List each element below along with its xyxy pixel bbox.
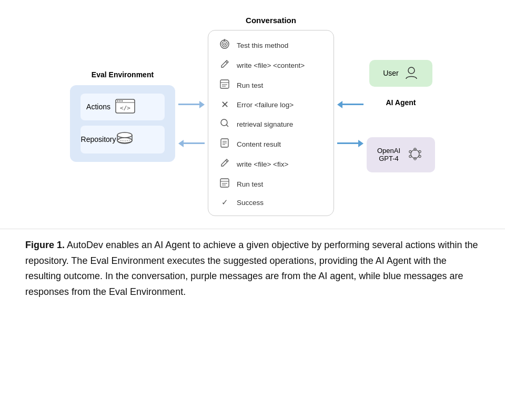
right-arrows (337, 101, 363, 147)
conv-row-5: Content result (217, 135, 325, 153)
ai-agent-label: AI Agent (386, 98, 416, 107)
actions-icon: </> (115, 99, 135, 115)
left-arrows (178, 101, 205, 147)
conv-text-2: Run test (237, 81, 263, 89)
arrowhead (178, 140, 184, 147)
conv-text-3: Error <failure log> (237, 101, 294, 109)
caption-body: AutoDev enables an AI Agent to achieve a… (25, 240, 478, 297)
openai-box: OpenAI GPT-4 (367, 137, 435, 172)
svg-point-6 (117, 132, 132, 138)
svg-point-18 (221, 119, 227, 126)
arrow-line (342, 104, 363, 105)
openai-icon (406, 145, 425, 165)
user-label: User (383, 69, 399, 77)
svg-point-10 (224, 43, 226, 45)
conv-row-0: Test this method (217, 36, 325, 55)
caption-text: Figure 1. AutoDev enables an AI Agent to… (25, 238, 480, 300)
actions-item: Actions </> (80, 94, 165, 120)
arrowhead (337, 101, 342, 108)
conv-row-2: Run test (217, 76, 325, 95)
conv-row-8: ✓ Success (217, 194, 325, 210)
caption-section: Figure 1. AutoDev enables an AI Agent to… (0, 229, 505, 313)
eval-env-box: Actions </> Repository (70, 85, 175, 162)
arrowhead (358, 140, 363, 147)
conversation-box: Test this method write <file> <content> … (208, 30, 334, 216)
svg-line-13 (226, 62, 227, 63)
conversation-label: Conversation (246, 16, 296, 25)
arrow-from-user (337, 101, 363, 108)
svg-point-3 (119, 100, 120, 101)
repository-icon (115, 131, 134, 148)
openai-label: OpenAI GPT-4 (377, 147, 400, 162)
conv-text-7: Run test (237, 180, 263, 188)
figure-number: Figure 1. (25, 240, 65, 250)
conv-text-1: write <file> <content> (237, 62, 305, 69)
arrow-line (337, 142, 358, 144)
conv-row-6: write <file> <fix> (217, 155, 325, 173)
conv-row-4: retrieval signature (217, 115, 325, 134)
conversation-column: Conversation Test this method write <fil… (208, 16, 334, 216)
arrow-line (178, 104, 199, 105)
svg-rect-14 (220, 80, 229, 88)
conv-text-4: retrieval signature (237, 120, 293, 128)
write-icon (219, 59, 230, 71)
arrow-from-conv-bot (178, 140, 205, 147)
arrowhead (199, 101, 205, 108)
error-icon: ✕ (219, 99, 230, 110)
svg-line-40 (419, 151, 420, 152)
repository-label-text: Repository (89, 132, 108, 147)
conv-text-5: Content result (237, 140, 281, 148)
svg-rect-25 (220, 179, 229, 187)
svg-point-9 (222, 42, 227, 47)
arrow-line (184, 142, 205, 144)
conv-row-7: Run test (217, 175, 325, 193)
actions-label-text: Actions (89, 99, 108, 114)
content-icon (219, 138, 230, 150)
run2-icon (219, 178, 230, 190)
svg-line-24 (226, 160, 227, 162)
svg-line-19 (227, 125, 229, 127)
user-box: User (369, 60, 432, 87)
conv-text-0: Test this method (237, 42, 288, 49)
svg-line-42 (419, 156, 420, 156)
diagram-wrapper: Eval Environment Actions </> (21, 16, 484, 216)
ai-agent-column: User AI Agent OpenAI GPT-4 (367, 60, 435, 172)
conv-row-1: write <file> <content> (217, 56, 325, 75)
target-icon (219, 39, 230, 52)
diagram-section: Eval Environment Actions </> (0, 0, 505, 227)
write2-icon (219, 158, 230, 170)
user-icon (404, 65, 419, 81)
arrow-to-agent (337, 140, 363, 147)
svg-point-30 (411, 150, 419, 158)
eval-environment: Eval Environment Actions </> (70, 70, 175, 162)
svg-line-39 (411, 151, 411, 152)
conv-text-6: write <file> <fix> (237, 160, 288, 168)
conv-text-8: Success (237, 199, 264, 207)
success-icon: ✓ (219, 198, 230, 207)
run-icon (219, 79, 230, 91)
search-icon (219, 118, 230, 130)
svg-point-2 (117, 100, 118, 101)
svg-point-4 (122, 100, 123, 101)
arrow-to-conv-top (178, 101, 205, 108)
svg-point-29 (408, 67, 415, 74)
svg-line-41 (411, 156, 411, 156)
svg-point-7 (117, 138, 132, 143)
repository-item: Repository (80, 126, 165, 153)
eval-env-label: Eval Environment (92, 70, 154, 79)
svg-text:</>: </> (120, 105, 130, 111)
conv-row-3: ✕ Error <failure log> (217, 96, 325, 114)
